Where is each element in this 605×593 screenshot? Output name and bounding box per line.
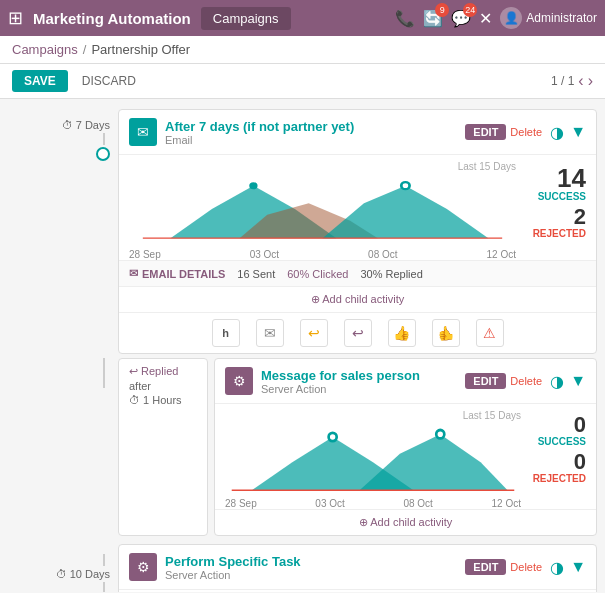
match-rule-block: Match records with the following rule: C… — [119, 590, 596, 592]
card-1-chart: Last 15 Days — [129, 161, 516, 260]
card-3-title: Perform Specific Task — [165, 554, 301, 569]
card-3-filter-icon[interactable]: ▼ — [570, 558, 586, 576]
card-1-pie-icon[interactable]: ◑ — [550, 123, 564, 142]
replied-after: after — [129, 380, 197, 392]
topnav: ⊞ Marketing Automation Campaigns 📞 🔄 9 💬… — [0, 0, 605, 36]
email-sent: 16 Sent — [237, 268, 275, 280]
add-child-1[interactable]: ⊕ Add child activity — [119, 286, 596, 312]
activity-card-2: ⚙ Message for sales person Server Action… — [214, 358, 597, 536]
card-1-filter-icon[interactable]: ▼ — [570, 123, 586, 141]
discard-button[interactable]: DISCARD — [74, 70, 144, 92]
stat-1-success-num: 14 — [526, 165, 586, 191]
card-1-delete-button[interactable]: Delete — [510, 126, 542, 138]
card-1-title-block: After 7 days (if not partner yet) Email — [165, 119, 354, 146]
chart-1-label: Last 15 Days — [129, 161, 516, 172]
card-2-title-block: Message for sales person Server Action — [261, 368, 420, 395]
svg-point-5 — [401, 182, 409, 189]
date-3: 08 Oct — [368, 249, 397, 260]
close-icon[interactable]: ✕ — [479, 9, 492, 28]
date-1: 28 Sep — [129, 249, 161, 260]
child-btn-thumb1[interactable]: 👍 — [388, 319, 416, 347]
child-activity-bar: h ✉ ↩ ↩ 👍 👍 ⚠ — [119, 312, 596, 353]
chart-1-svg — [129, 174, 516, 244]
user-menu[interactable]: 👤 Administrator — [500, 7, 597, 29]
app-title: Marketing Automation — [33, 10, 191, 27]
card-2-stats: 0 SUCCESS 0 REJECTED — [521, 410, 586, 484]
action-bar: SAVE DISCARD 1 / 1 ‹ › — [0, 64, 605, 99]
stat-2-rejected-label: REJECTED — [531, 473, 586, 484]
timeline-line-top — [103, 133, 105, 145]
card-2-filter-icon[interactable]: ▼ — [570, 372, 586, 390]
stat-2-success-num: 0 — [531, 414, 586, 436]
email-details-link[interactable]: ✉ EMAIL DETAILS — [129, 267, 225, 280]
chat-icon[interactable]: 💬 24 — [451, 9, 471, 28]
child-btn-alert[interactable]: ⚠ — [476, 319, 504, 347]
card-1-header: ✉ After 7 days (if not partner yet) Emai… — [119, 110, 596, 155]
replied-row: ↩ Replied after ⏱ 1 Hours ⚙ Message for … — [118, 358, 597, 536]
card-1-title: After 7 days (if not partner yet) — [165, 119, 354, 134]
card-3-icon: ⚙ — [129, 553, 157, 581]
card-1-edit-button[interactable]: EDIT — [465, 124, 506, 140]
refresh-icon[interactable]: 🔄 9 — [423, 9, 443, 28]
child-btn-h[interactable]: h — [212, 319, 240, 347]
nav-icons: 📞 🔄 9 💬 24 ✕ 👤 Administrator — [395, 7, 597, 29]
card-2-extra-icons: ◑ ▼ — [550, 372, 586, 391]
replied-card: ↩ Replied after ⏱ 1 Hours — [118, 358, 208, 536]
chart-2-label: Last 15 Days — [225, 410, 521, 421]
date-2-3: 08 Oct — [403, 498, 432, 509]
clock-icon-3: ⏱ — [56, 568, 67, 580]
card-3-edit-button[interactable]: EDIT — [465, 559, 506, 575]
grid-icon[interactable]: ⊞ — [8, 7, 23, 29]
replied-hours: ⏱ 1 Hours — [129, 394, 197, 406]
replied-hours-icon: ⏱ — [129, 394, 140, 406]
child-btn-reply-orange[interactable]: ↩ — [300, 319, 328, 347]
clock-icon-1: ⏱ — [62, 119, 73, 131]
card-2-edit-button[interactable]: EDIT — [465, 373, 506, 389]
card-2-icon: ⚙ — [225, 367, 253, 395]
date-2-4: 12 Oct — [492, 498, 521, 509]
svg-point-10 — [436, 430, 444, 438]
card-1-actions: EDIT Delete ◑ ▼ — [465, 123, 586, 142]
stat-1-success-label: SUCCESS — [526, 191, 586, 202]
timeline-col-replied — [8, 358, 118, 388]
activity-card-1: ✉ After 7 days (if not partner yet) Emai… — [118, 109, 597, 354]
svg-point-9 — [329, 433, 337, 441]
card-3-delete-button[interactable]: Delete — [510, 561, 542, 573]
timeline-col-1: ⏱ 7 Days — [8, 109, 118, 161]
user-avatar: 👤 — [500, 7, 522, 29]
add-child-label-2: ⊕ Add child activity — [359, 516, 452, 528]
email-replied: 30% Replied — [360, 268, 422, 280]
card-1-stats: 14 SUCCESS 2 REJECTED — [516, 161, 586, 239]
card-2-pie-icon[interactable]: ◑ — [550, 372, 564, 391]
child-btn-mail[interactable]: ✉ — [256, 319, 284, 347]
replied-icon-text: ↩ Replied — [129, 365, 197, 378]
card-3-type: Server Action — [165, 569, 301, 581]
email-clicked: 60% Clicked — [287, 268, 348, 280]
breadcrumb-separator: / — [83, 42, 87, 57]
chart-2-svg — [225, 423, 521, 493]
phone-icon[interactable]: 📞 — [395, 9, 415, 28]
child-btn-reply-purple[interactable]: ↩ — [344, 319, 372, 347]
card-2-delete-button[interactable]: Delete — [510, 375, 542, 387]
card-col-1: ✉ After 7 days (if not partner yet) Emai… — [118, 109, 597, 354]
row-3: ⏱ 10 Days ⚙ Perform Specific Task Server… — [8, 544, 597, 592]
replied-col: ↩ Replied after ⏱ 1 Hours ⚙ Message for … — [118, 358, 597, 536]
breadcrumb-parent[interactable]: Campaigns — [12, 42, 78, 57]
campaigns-menu[interactable]: Campaigns — [201, 7, 291, 30]
breadcrumb-bar: Campaigns / Partnership Offer — [0, 36, 605, 64]
add-child-label-1: ⊕ Add child activity — [311, 293, 404, 305]
timeline-dot-1 — [96, 147, 110, 161]
timeline-label-1: ⏱ 7 Days — [62, 119, 110, 131]
card-2-container: ⚙ Message for sales person Server Action… — [214, 358, 597, 536]
email-icon: ✉ — [129, 267, 138, 280]
next-page[interactable]: › — [588, 72, 593, 90]
add-child-2[interactable]: ⊕ Add child activity — [215, 509, 596, 535]
stat-1-rejected-num: 2 — [526, 206, 586, 228]
card-3-actions: EDIT Delete ◑ ▼ — [465, 558, 586, 577]
child-btn-thumb2[interactable]: 👍 — [432, 319, 460, 347]
card-3-pie-icon[interactable]: ◑ — [550, 558, 564, 577]
save-button[interactable]: SAVE — [12, 70, 68, 92]
stat-1-rejected-label: REJECTED — [526, 228, 586, 239]
prev-page[interactable]: ‹ — [578, 72, 583, 90]
card-3-extra-icons: ◑ ▼ — [550, 558, 586, 577]
